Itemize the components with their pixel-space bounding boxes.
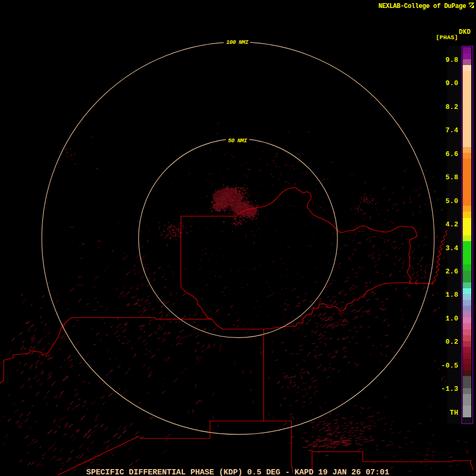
svg-text:5.8: 5.8 bbox=[445, 173, 458, 181]
svg-text:1.8: 1.8 bbox=[445, 291, 458, 299]
svg-text:0.2: 0.2 bbox=[445, 338, 458, 346]
svg-text:NEXLAB-College of DuPage: NEXLAB-College of DuPage bbox=[379, 3, 466, 10]
svg-text:9.8: 9.8 bbox=[445, 56, 458, 64]
svg-text:4.2: 4.2 bbox=[445, 221, 458, 228]
svg-text:2.6: 2.6 bbox=[445, 268, 458, 276]
svg-text:8.2: 8.2 bbox=[445, 103, 458, 111]
svg-text:1.0: 1.0 bbox=[445, 315, 458, 323]
svg-text:DKD: DKD bbox=[459, 29, 471, 36]
svg-text:3.4: 3.4 bbox=[445, 244, 458, 252]
svg-text:9.0: 9.0 bbox=[445, 79, 458, 87]
svg-text:5.0: 5.0 bbox=[445, 197, 458, 205]
svg-text:7.4: 7.4 bbox=[445, 126, 458, 134]
svg-text:100 NMI: 100 NMI bbox=[226, 39, 249, 45]
svg-text:[PHAS]: [PHAS] bbox=[436, 34, 458, 41]
svg-text:50 NMI: 50 NMI bbox=[228, 138, 248, 144]
svg-text:SPECIFIC DIFFERENTIAL PHASE (K: SPECIFIC DIFFERENTIAL PHASE (KDP) 0.5 DE… bbox=[86, 468, 389, 476]
svg-text:6.6: 6.6 bbox=[445, 150, 458, 158]
svg-text:-1.3: -1.3 bbox=[441, 385, 458, 393]
svg-text:-0.5: -0.5 bbox=[441, 362, 458, 370]
svg-text:TH: TH bbox=[450, 409, 458, 417]
